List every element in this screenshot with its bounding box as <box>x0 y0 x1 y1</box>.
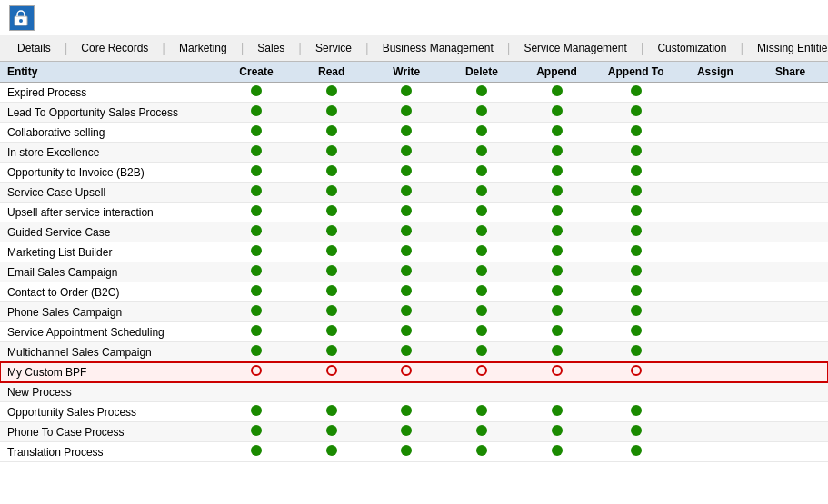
perm-cell-assign[interactable] <box>678 222 753 242</box>
perm-cell-read[interactable] <box>294 442 369 462</box>
tab-customization[interactable]: Customization <box>645 35 738 61</box>
perm-cell-append_to[interactable] <box>594 83 678 103</box>
tab-missing-entities[interactable]: Missing Entities <box>745 35 828 61</box>
perm-cell-read[interactable] <box>294 262 369 282</box>
perm-cell-append[interactable] <box>519 262 594 282</box>
perm-cell-assign[interactable] <box>678 143 753 163</box>
perm-cell-share[interactable] <box>753 322 828 342</box>
perm-cell-create[interactable] <box>219 402 294 422</box>
perm-cell-assign[interactable] <box>678 262 753 282</box>
tab-business-management[interactable]: Business Management <box>371 35 505 61</box>
content-area[interactable]: EntityCreateReadWriteDeleteAppendAppend … <box>0 62 828 493</box>
perm-cell-create[interactable] <box>219 242 294 262</box>
perm-cell-create[interactable] <box>219 123 294 143</box>
perm-cell-delete[interactable] <box>444 342 520 362</box>
perm-cell-assign[interactable] <box>678 103 753 123</box>
perm-cell-share[interactable] <box>753 163 828 183</box>
perm-cell-write[interactable] <box>369 163 444 183</box>
perm-cell-read[interactable] <box>294 123 369 143</box>
perm-cell-append[interactable] <box>519 382 594 402</box>
perm-cell-write[interactable] <box>369 143 444 163</box>
perm-cell-append[interactable] <box>519 342 594 362</box>
perm-cell-append[interactable] <box>519 282 594 302</box>
perm-cell-write[interactable] <box>369 183 444 203</box>
perm-cell-write[interactable] <box>369 402 444 422</box>
perm-cell-assign[interactable] <box>678 123 753 143</box>
perm-cell-read[interactable] <box>294 222 369 242</box>
perm-cell-delete[interactable] <box>444 262 520 282</box>
perm-cell-share[interactable] <box>753 123 828 143</box>
perm-cell-read[interactable] <box>294 302 369 322</box>
perm-cell-write[interactable] <box>369 123 444 143</box>
perm-cell-share[interactable] <box>753 183 828 203</box>
perm-cell-append_to[interactable] <box>594 382 678 402</box>
perm-cell-append_to[interactable] <box>594 402 678 422</box>
perm-cell-delete[interactable] <box>444 242 520 262</box>
perm-cell-append_to[interactable] <box>594 242 678 262</box>
perm-cell-delete[interactable] <box>444 322 520 342</box>
perm-cell-append_to[interactable] <box>594 183 678 203</box>
perm-cell-share[interactable] <box>753 143 828 163</box>
perm-cell-append_to[interactable] <box>594 222 678 242</box>
perm-cell-create[interactable] <box>219 83 294 103</box>
perm-cell-share[interactable] <box>753 302 828 322</box>
tab-service[interactable]: Service <box>304 35 364 61</box>
perm-cell-delete[interactable] <box>444 222 520 242</box>
perm-cell-share[interactable] <box>753 422 828 442</box>
perm-cell-share[interactable] <box>753 402 828 422</box>
tab-service-management[interactable]: Service Management <box>512 35 638 61</box>
perm-cell-append_to[interactable] <box>594 262 678 282</box>
perm-cell-assign[interactable] <box>678 442 753 462</box>
perm-cell-write[interactable] <box>369 242 444 262</box>
perm-cell-write[interactable] <box>369 203 444 222</box>
perm-cell-read[interactable] <box>294 342 369 362</box>
perm-cell-delete[interactable] <box>444 123 520 143</box>
perm-cell-assign[interactable] <box>678 242 753 262</box>
perm-cell-create[interactable] <box>219 362 294 382</box>
perm-cell-append_to[interactable] <box>594 442 678 462</box>
perm-cell-append_to[interactable] <box>594 362 678 382</box>
perm-cell-assign[interactable] <box>678 362 753 382</box>
perm-cell-read[interactable] <box>294 143 369 163</box>
perm-cell-read[interactable] <box>294 183 369 203</box>
perm-cell-create[interactable] <box>219 163 294 183</box>
perm-cell-write[interactable] <box>369 262 444 282</box>
perm-cell-append[interactable] <box>519 302 594 322</box>
perm-cell-append[interactable] <box>519 222 594 242</box>
perm-cell-append[interactable] <box>519 183 594 203</box>
perm-cell-append_to[interactable] <box>594 143 678 163</box>
perm-cell-append[interactable] <box>519 242 594 262</box>
perm-cell-append[interactable] <box>519 103 594 123</box>
tab-marketing[interactable]: Marketing <box>167 35 239 61</box>
perm-cell-create[interactable] <box>219 282 294 302</box>
perm-cell-create[interactable] <box>219 342 294 362</box>
perm-cell-append_to[interactable] <box>594 302 678 322</box>
perm-cell-delete[interactable] <box>444 282 520 302</box>
perm-cell-append[interactable] <box>519 442 594 462</box>
perm-cell-share[interactable] <box>753 242 828 262</box>
perm-cell-write[interactable] <box>369 382 444 402</box>
perm-cell-create[interactable] <box>219 203 294 222</box>
perm-cell-share[interactable] <box>753 83 828 103</box>
perm-cell-read[interactable] <box>294 242 369 262</box>
perm-cell-read[interactable] <box>294 382 369 402</box>
perm-cell-assign[interactable] <box>678 302 753 322</box>
perm-cell-write[interactable] <box>369 302 444 322</box>
tab-sales[interactable]: Sales <box>245 35 296 61</box>
perm-cell-delete[interactable] <box>444 103 520 123</box>
perm-cell-append_to[interactable] <box>594 163 678 183</box>
perm-cell-share[interactable] <box>753 382 828 402</box>
perm-cell-append[interactable] <box>519 203 594 222</box>
perm-cell-write[interactable] <box>369 422 444 442</box>
perm-cell-delete[interactable] <box>444 362 520 382</box>
perm-cell-read[interactable] <box>294 203 369 222</box>
perm-cell-share[interactable] <box>753 222 828 242</box>
perm-cell-delete[interactable] <box>444 382 520 402</box>
perm-cell-assign[interactable] <box>678 83 753 103</box>
perm-cell-create[interactable] <box>219 262 294 282</box>
perm-cell-share[interactable] <box>753 282 828 302</box>
perm-cell-delete[interactable] <box>444 422 520 442</box>
perm-cell-write[interactable] <box>369 362 444 382</box>
perm-cell-write[interactable] <box>369 322 444 342</box>
perm-cell-append[interactable] <box>519 402 594 422</box>
